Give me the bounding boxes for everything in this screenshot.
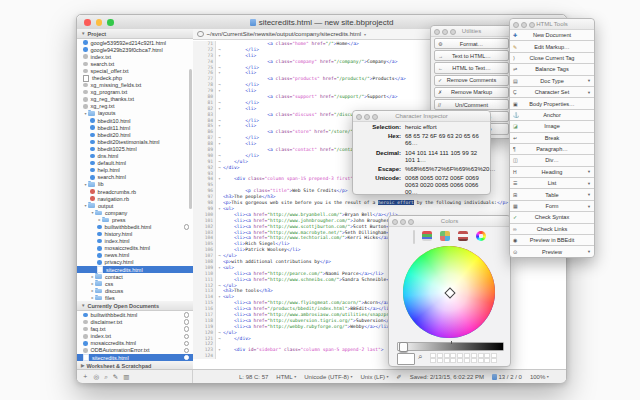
html-tools-palette-titlebar[interactable]: HTML Tools (510, 19, 594, 30)
encoding-menu[interactable]: Unicode (UTF-8)▾ (304, 374, 352, 380)
file-row-special-offer-txt[interactable]: special_offer.txt (77, 67, 193, 74)
file-row-bbedit11-html[interactable]: bbedit11.html (77, 124, 193, 131)
file-row-navigation-rb[interactable]: navigation.rb (77, 195, 193, 202)
file-row-thedeck-php[interactable]: thedeck.php (77, 74, 193, 81)
palette-window-buttons[interactable] (356, 114, 378, 120)
image-palettes-mode-button[interactable] (457, 230, 469, 244)
swatch-cell[interactable] (444, 353, 450, 358)
brightness-slider-knob[interactable] (399, 342, 408, 352)
swatch-cell[interactable] (484, 358, 490, 363)
div-button[interactable]: ◫Div… (510, 155, 594, 166)
swatch-cell[interactable] (478, 353, 484, 358)
file-row-mosaiccredits-html[interactable]: mosaiccredits.html (77, 340, 193, 347)
colors-panel-titlebar[interactable]: Colors (389, 216, 510, 227)
file-row-index-txt[interactable]: index.txt (77, 333, 193, 340)
file-row-search-html[interactable]: search.html (77, 174, 193, 181)
file-row-default-html[interactable]: default.html (77, 160, 193, 167)
disclosure-triangle-icon[interactable]: ▼ (81, 303, 85, 308)
color-sliders-mode-button[interactable] (421, 230, 433, 244)
columns-icon[interactable]: ▥ (123, 373, 129, 381)
swatch-cell[interactable] (464, 358, 470, 363)
color-wheel-mode-button[interactable] (413, 230, 415, 244)
swatch-cell[interactable] (457, 353, 463, 358)
break-button[interactable]: ↵Break (510, 133, 594, 144)
file-row-google539592ed214c92f1-html[interactable]: google539592ed214c92f1.html (77, 39, 193, 46)
file-row-faq-txt[interactable]: faq.txt (77, 326, 193, 333)
check-links-button[interactable]: ∞Check Links (510, 224, 594, 235)
swatch-cell[interactable] (437, 358, 443, 363)
file-row-disclaimer-txt[interactable]: disclaimer.txt (77, 319, 193, 326)
file-row-builtwithbbedit-html[interactable]: builtwithbbedit.html (77, 311, 193, 318)
close-document-icon[interactable] (184, 334, 190, 340)
folder-row-company[interactable]: ▾company (77, 209, 193, 216)
new-document-button[interactable]: ✚New Document (510, 30, 594, 41)
palette-window-buttons[interactable] (392, 219, 414, 225)
file-row-google9429b239f0cbca7-html[interactable]: google9429b239f0cbca7.html (77, 46, 193, 53)
preview-in-bbedit-button[interactable]: ◉Preview in BBEdit (510, 235, 594, 246)
swatch-cell[interactable] (464, 353, 470, 358)
un-comment-button[interactable]: //Un/Comment (434, 99, 509, 110)
swatch-cell[interactable] (450, 358, 456, 363)
remove-comments-button[interactable]: ✓Remove Comments (434, 75, 509, 86)
folder-row-lib[interactable]: ▾lib (77, 181, 193, 188)
close-document-icon[interactable] (184, 341, 190, 347)
file-row-history-html[interactable]: history.html (77, 231, 193, 238)
swatch-cell[interactable] (471, 358, 477, 363)
swatch-cell[interactable] (471, 353, 477, 358)
file-row-builtwithbbedit-html[interactable]: builtwithbbedit.html (77, 223, 193, 230)
folder-row-contact[interactable]: ▸contact (77, 273, 193, 280)
folder-row-css[interactable]: ▸css (77, 280, 193, 287)
disclosure-triangle-icon[interactable]: ▶ (81, 363, 84, 368)
file-row-news-html[interactable]: news.html (77, 252, 193, 259)
selected-color-swatch[interactable] (397, 353, 415, 365)
file-row-bbedit20testimonials-html[interactable]: bbedit20testimonials.html (77, 138, 193, 145)
magnifier-icon[interactable]: ⌕ (418, 352, 422, 362)
target-icon[interactable]: ◎ (94, 373, 100, 381)
color-wheel-crosshair[interactable] (444, 287, 455, 298)
form-button[interactable]: ▦Form▼ (510, 201, 594, 212)
file-row-index-txt[interactable]: index.txt (77, 53, 193, 60)
image-button[interactable]: ◪Image (510, 121, 594, 132)
swatch-cell[interactable] (457, 358, 463, 363)
check-syntax-button[interactable]: ✓Check Syntax (510, 212, 594, 223)
zoom-menu[interactable]: 100%▾ (530, 374, 549, 380)
color-palettes-mode-button[interactable] (439, 230, 451, 244)
table-button[interactable]: ⊞Table▼ (510, 189, 594, 200)
palette-window-buttons[interactable] (434, 29, 456, 35)
swatch-cell[interactable] (450, 353, 456, 358)
file-row-bbedit10-html[interactable]: bbedit10.html (77, 117, 193, 124)
file-row-breadcrumbs-rb[interactable]: breadcrumbs.rb (77, 188, 193, 195)
language-menu[interactable]: HTML▾ (276, 374, 296, 380)
file-row-sitecredits-html[interactable]: sitecredits.html (77, 354, 193, 361)
character-inspector-titlebar[interactable]: Character Inspector (353, 111, 490, 122)
close-document-icon[interactable] (184, 224, 190, 230)
html-to-text-button[interactable]: ←HTML to Text… (434, 62, 509, 73)
swatch-cell[interactable] (444, 358, 450, 363)
close-document-icon[interactable] (184, 348, 190, 354)
file-row-xg-missing-fields-txt[interactable]: xg_missing_fields.txt (77, 82, 193, 89)
line-endings-menu[interactable]: Unix (LF)▾ (360, 374, 388, 380)
file-row-xg-program-txt[interactable]: xg_program.txt (77, 89, 193, 96)
add-icon[interactable]: ＋ (82, 372, 89, 381)
file-row-sitecredits-html[interactable]: sitecredits.html (77, 266, 193, 273)
close-document-icon[interactable] (184, 355, 190, 361)
file-row-xg-reg-txt[interactable]: xg_reg.txt (77, 103, 193, 110)
folder-row-files[interactable]: ▸files (77, 294, 193, 301)
file-row-odbautomationerror-txt[interactable]: ODBAutomationError.txt (77, 347, 193, 354)
format-button[interactable]: ⚙Format… (434, 38, 509, 49)
body-properties-button[interactable]: ▣Body Properties… (510, 98, 594, 109)
close-document-icon[interactable] (184, 319, 190, 325)
folder-row-layouts[interactable]: ▾layouts (77, 110, 193, 117)
sidebar-scrollbar[interactable] (189, 69, 192, 209)
close-button[interactable] (84, 19, 91, 26)
folder-row-press[interactable]: ▸press (77, 216, 193, 223)
edit-icon[interactable]: ✎ (113, 373, 118, 381)
doc-type-button[interactable]: ▤Doc Type▼ (510, 76, 594, 87)
file-row-mosaiccredits-html[interactable]: mosaiccredits.html (77, 245, 193, 252)
file-row-bbedit1025-html[interactable]: bbedit1025.html (77, 145, 193, 152)
paragraph-button[interactable]: ¶Paragraph… (510, 144, 594, 155)
close-document-icon[interactable] (184, 326, 190, 332)
file-row-index-html[interactable]: index.html (77, 238, 193, 245)
file-row-help-html[interactable]: help.html (77, 167, 193, 174)
swatch-cell[interactable] (437, 353, 443, 358)
